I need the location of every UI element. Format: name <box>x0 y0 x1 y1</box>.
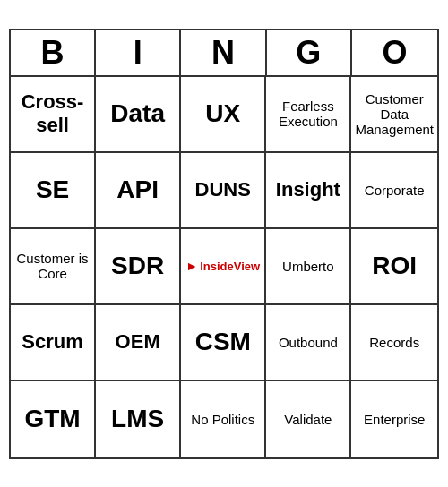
bingo-card: B I N G O Cross-sell Data UX Fearless Ex… <box>9 29 439 459</box>
cell-23: Validate <box>266 381 351 457</box>
header-b: B <box>11 30 96 75</box>
bingo-grid: Cross-sell Data UX Fearless Execution Cu… <box>11 77 437 457</box>
header-o: O <box>352 30 437 75</box>
cell-16: OEM <box>96 305 181 381</box>
cell-18: Outbound <box>266 305 351 381</box>
cell-12: ►InsideView <box>181 229 266 305</box>
bingo-header: B I N G O <box>11 30 437 77</box>
cell-1: Data <box>96 77 181 153</box>
insideview-label: InsideView <box>200 260 260 273</box>
cell-11: SDR <box>96 229 181 305</box>
cell-5: SE <box>11 153 96 229</box>
insideview-arrow-icon: ► <box>185 259 198 273</box>
cell-21: LMS <box>96 381 181 457</box>
cell-2: UX <box>181 77 266 153</box>
header-n: N <box>181 30 266 75</box>
header-i: I <box>96 30 181 75</box>
cell-19: Records <box>351 305 437 381</box>
cell-22: No Politics <box>181 381 266 457</box>
cell-0: Cross-sell <box>11 77 96 153</box>
cell-9: Corporate <box>351 153 437 229</box>
cell-24: Enterprise <box>351 381 437 457</box>
cell-14: ROI <box>351 229 437 305</box>
cell-3: Fearless Execution <box>266 77 351 153</box>
cell-8: Insight <box>266 153 351 229</box>
cell-10: Customer is Core <box>11 229 96 305</box>
cell-6: API <box>96 153 181 229</box>
header-g: G <box>267 30 352 75</box>
cell-4: Customer Data Management <box>351 77 437 153</box>
cell-15: Scrum <box>11 305 96 381</box>
cell-13: Umberto <box>266 229 351 305</box>
cell-17: CSM <box>181 305 266 381</box>
cell-7: DUNS <box>181 153 266 229</box>
cell-20: GTM <box>11 381 96 457</box>
